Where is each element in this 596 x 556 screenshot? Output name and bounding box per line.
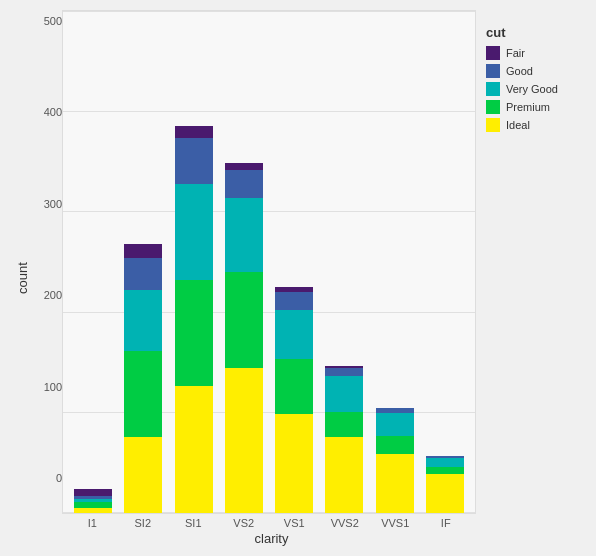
x-labels: I1SI2SI1VS2VS1VVS2VVS1IF xyxy=(30,517,476,529)
y-tick-label: 400 xyxy=(44,106,62,118)
legend-item: Very Good xyxy=(486,82,581,96)
plot-background xyxy=(62,10,476,514)
bar-segment-good xyxy=(275,292,313,310)
x-tick-label: VS1 xyxy=(273,517,315,529)
y-tick-label: 100 xyxy=(44,381,62,393)
legend: cut FairGoodVery GoodPremiumIdeal xyxy=(476,10,586,546)
bar-segment-ideal xyxy=(74,508,112,513)
x-tick-label: IF xyxy=(425,517,467,529)
bar-group xyxy=(72,489,114,513)
bar-segment-verygood xyxy=(325,376,363,412)
bar-segment-verygood xyxy=(124,290,162,351)
chart-plot-area: 0100200300400500 I1SI2SI1VS2VS1VVS2VVS1I… xyxy=(30,10,476,546)
legend-title: cut xyxy=(486,25,581,40)
bar-group xyxy=(424,456,466,513)
x-tick-label: VS2 xyxy=(223,517,265,529)
bar-segment-premium xyxy=(275,359,313,414)
bar-segment-fair xyxy=(175,126,213,138)
chart-and-legend: 0100200300400500 I1SI2SI1VS2VS1VVS2VVS1I… xyxy=(30,10,586,546)
bar-segment-ideal xyxy=(225,368,263,513)
legend-color-swatch xyxy=(486,64,500,78)
bar-segment-ideal xyxy=(325,437,363,513)
x-axis-label: clarity xyxy=(30,531,476,546)
bar-segment-ideal xyxy=(275,414,313,513)
bar-group xyxy=(374,408,416,513)
bar-segment-premium xyxy=(426,467,464,474)
legend-item: Ideal xyxy=(486,118,581,132)
y-ticks: 0100200300400500 xyxy=(30,10,62,514)
y-tick-label: 500 xyxy=(44,15,62,27)
bar-segment-good xyxy=(225,170,263,198)
bar-segment-verygood xyxy=(175,184,213,280)
bar-segment-fair xyxy=(124,244,162,258)
y-tick-label: 200 xyxy=(44,289,62,301)
bars-area xyxy=(68,16,470,513)
chart-container: count 0100200300400500 I1SI2SI1VS2VS1VVS… xyxy=(0,0,596,556)
bar-segment-premium xyxy=(325,412,363,437)
legend-item: Good xyxy=(486,64,581,78)
bar-segment-good xyxy=(124,258,162,290)
legend-item-label: Fair xyxy=(506,47,525,59)
legend-color-swatch xyxy=(486,118,500,132)
bar-segment-verygood xyxy=(275,310,313,359)
legend-color-swatch xyxy=(486,46,500,60)
bar-segment-verygood xyxy=(376,413,414,436)
legend-item: Premium xyxy=(486,100,581,114)
bar-segment-good xyxy=(175,138,213,184)
x-tick-label: VVS2 xyxy=(324,517,366,529)
bar-group xyxy=(273,287,315,513)
bar-group xyxy=(173,126,215,513)
bar-segment-ideal xyxy=(426,474,464,513)
legend-color-swatch xyxy=(486,100,500,114)
legend-item-label: Very Good xyxy=(506,83,558,95)
legend-item-label: Ideal xyxy=(506,119,530,131)
bar-segment-ideal xyxy=(376,454,414,513)
bar-segment-premium xyxy=(175,280,213,386)
plot-with-yaxis: 0100200300400500 xyxy=(30,10,476,514)
x-tick-label: VVS1 xyxy=(374,517,416,529)
x-tick-label: I1 xyxy=(71,517,113,529)
bar-segment-fair xyxy=(74,489,112,496)
bar-segment-fair xyxy=(225,163,263,170)
bar-segment-premium xyxy=(376,436,414,454)
chart-area: count 0100200300400500 I1SI2SI1VS2VS1VVS… xyxy=(10,10,586,546)
bar-segment-premium xyxy=(225,272,263,368)
y-tick-label: 300 xyxy=(44,198,62,210)
bar-segment-ideal xyxy=(124,437,162,513)
legend-item: Fair xyxy=(486,46,581,60)
y-axis-label: count xyxy=(10,10,30,546)
bar-group xyxy=(323,366,365,513)
legend-color-swatch xyxy=(486,82,500,96)
bar-group xyxy=(122,244,164,513)
legend-items: FairGoodVery GoodPremiumIdeal xyxy=(486,46,581,132)
bar-segment-verygood xyxy=(225,198,263,272)
x-tick-label: SI2 xyxy=(122,517,164,529)
bar-segment-premium xyxy=(124,351,162,437)
legend-item-label: Good xyxy=(506,65,533,77)
grid-line xyxy=(63,11,475,12)
bar-segment-ideal xyxy=(175,386,213,513)
bar-segment-verygood xyxy=(426,458,464,467)
x-tick-label: SI1 xyxy=(172,517,214,529)
bar-segment-good xyxy=(325,368,363,376)
bar-group xyxy=(223,163,265,513)
legend-item-label: Premium xyxy=(506,101,550,113)
